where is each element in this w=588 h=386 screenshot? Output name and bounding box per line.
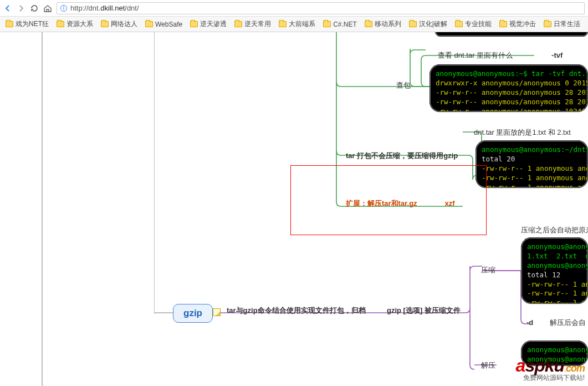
url-text: http://dnt.dkill.net/dnt/ — [70, 4, 139, 12]
bookmark-bar: 戏为NET狂 资源大系 网络达人 WebSafe 逆天渗透 逆天常用 大前端系 … — [0, 17, 588, 32]
mindmap-canvas[interactable]: anonymous@anonymous:~$ tar -tvf dnt.tar … — [0, 32, 588, 386]
label-chabao[interactable]: 查包 — [396, 80, 411, 90]
terminal-tvf: anonymous@anonymous:~$ tar -tvf dnt.tar … — [430, 64, 588, 112]
bookmark-item[interactable]: 大前端系 — [275, 18, 319, 30]
watermark-logo: aspku.com — [516, 357, 585, 374]
label-gzip-opts[interactable]: gzip [选项] 被压缩文件 — [387, 306, 461, 316]
label-compress[interactable]: 压缩 — [481, 265, 495, 275]
site-info-icon[interactable]: i — [60, 5, 67, 12]
label-decompress[interactable]: 解压 — [481, 360, 495, 370]
bookmark-item[interactable]: 移动系列 — [361, 18, 405, 30]
url-bar[interactable]: i http://dnt.dkill.net/dnt/ — [57, 2, 585, 14]
folder-icon — [57, 21, 64, 27]
note-icon[interactable] — [213, 308, 221, 316]
bookmark-item[interactable]: 戏为NET狂 — [2, 18, 52, 30]
folder-icon — [234, 21, 242, 27]
bookmark-item[interactable]: WebSafe — [142, 19, 186, 29]
folder-icon — [279, 21, 287, 27]
gzip-node[interactable]: gzip — [173, 304, 213, 323]
label-view-tar[interactable]: 查看 dnt.tar 里面有什么-tvf — [438, 50, 563, 60]
folder-icon — [409, 21, 417, 27]
watermark: aspku.com 免费网站源码下载站! — [516, 357, 585, 383]
folder-icon — [544, 21, 551, 27]
forward-icon — [17, 4, 25, 13]
nav-toolbar: i http://dnt.dkill.net/dnt/ — [0, 0, 588, 17]
folder-icon — [145, 21, 153, 27]
label-tar-nocompress[interactable]: tar 打包不会压缩，要压缩得用gzip — [346, 151, 458, 161]
bookmark-item[interactable]: C#.NET — [320, 19, 360, 29]
bookmark-item[interactable]: 视觉冲击 — [496, 18, 539, 30]
label-compress-after[interactable]: 压缩之后会自动把原来 — [521, 225, 588, 235]
terminal-ls: anonymous@anonymous:~/dnt$ l total 20 -r… — [475, 140, 588, 188]
reload-icon[interactable] — [30, 4, 39, 13]
bookmark-item[interactable]: 逆天常用 — [231, 18, 274, 30]
folder-icon — [190, 21, 198, 27]
folder-icon — [455, 21, 463, 27]
folder-icon — [499, 21, 507, 27]
watermark-sub: 免费网站源码下载站! — [516, 373, 585, 383]
bookmark-item[interactable]: 汉化|破解 — [406, 18, 451, 30]
folder-icon — [365, 21, 372, 27]
terminal-top — [435, 32, 588, 37]
label-d[interactable]: -d解压后会自 — [526, 318, 586, 328]
bookmark-item[interactable]: 逆天渗透 — [187, 18, 230, 30]
label-dnt-contains[interactable]: dnt.tar 里面放的是1.txt 和 2.txt — [474, 128, 571, 138]
folder-icon — [6, 21, 13, 27]
bookmark-item[interactable]: 律师网站 — [585, 18, 588, 30]
bookmark-item[interactable]: 网络达人 — [98, 18, 141, 30]
bookmark-item[interactable]: 专业技能 — [452, 18, 495, 30]
home-icon[interactable] — [43, 4, 52, 13]
bookmark-item[interactable]: 日常生活 — [540, 18, 584, 30]
folder-icon — [323, 21, 331, 27]
folder-icon — [101, 21, 109, 27]
bookmark-item[interactable]: 资源大系 — [53, 18, 96, 30]
terminal-compress: anonymous@anony 1.txt 2.txt d anonymous@… — [521, 237, 588, 304]
selection-box — [290, 165, 487, 235]
back-icon[interactable] — [3, 4, 12, 13]
label-tar-gzip-combine[interactable]: tar与gzip命令结合使用实现文件打包，归档 — [227, 306, 366, 316]
